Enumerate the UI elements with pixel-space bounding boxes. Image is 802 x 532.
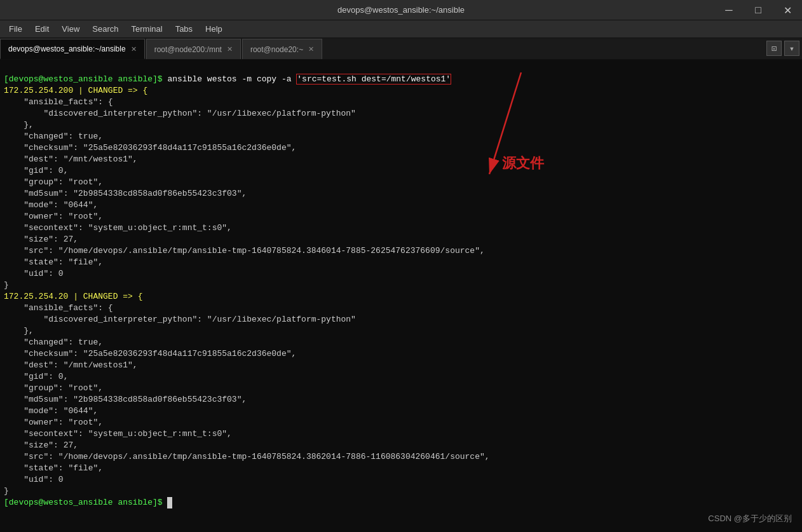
tab-0[interactable]: devops@westos_ansible:~/ansible ✕ xyxy=(0,39,145,59)
tab-1-close[interactable]: ✕ xyxy=(227,45,233,53)
menu-edit[interactable]: Edit xyxy=(29,20,55,38)
window-title: devops@westos_ansible:~/ansible xyxy=(337,5,465,15)
tab-0-close[interactable]: ✕ xyxy=(131,45,137,53)
output-line-23: "changed": true, xyxy=(24,338,103,347)
cursor xyxy=(167,497,172,508)
command-highlighted: 'src=test.sh dest=/mnt/westos1' xyxy=(296,74,451,85)
tab-bar: devops@westos_ansible:~/ansible ✕ root@n… xyxy=(0,38,802,60)
output-line-2: "ansible_facts": { xyxy=(24,97,112,107)
watermark: CSDN @多于少的区别 xyxy=(708,513,792,524)
maximize-button[interactable]: □ xyxy=(744,0,773,20)
output-line-22: }, xyxy=(24,326,34,336)
output-line-17: "uid": 0 xyxy=(24,269,63,278)
terminal-content: [devops@westos_ansible ansible]$ ansible… xyxy=(0,60,802,522)
output-line-27: "group": "root", xyxy=(24,383,103,393)
tab-2-label: root@node20:~ xyxy=(250,45,303,54)
menu-file[interactable]: File xyxy=(3,20,29,38)
output-line-16: "state": "file", xyxy=(24,257,103,267)
output-line-19: 172.25.254.20 | CHANGED => { xyxy=(4,292,142,301)
output-line-25: "dest": "/mnt/westos1", xyxy=(24,360,137,370)
tab-1[interactable]: root@node200:/mnt ✕ xyxy=(146,39,241,59)
terminal[interactable]: [devops@westos_ansible ansible]$ ansible… xyxy=(0,60,802,532)
output-line-28: "md5sum": "2b9854338cd858ad0f86eb55423c3… xyxy=(24,395,247,404)
output-line-7: "dest": "/mnt/westos1", xyxy=(24,154,137,164)
output-line-14: "size": 27, xyxy=(24,235,78,244)
output-line-11: "mode": "0644", xyxy=(24,200,98,210)
output-line-31: "secontext": "system_u:object_r:mnt_t:s0… xyxy=(24,429,232,439)
output-line-32: "size": 27, xyxy=(24,440,78,450)
minimize-button[interactable]: ─ xyxy=(714,0,744,20)
output-line-26: "gid": 0, xyxy=(24,372,68,381)
command-text: ansible westos -m copy -a xyxy=(167,74,296,84)
tab-0-label: devops@westos_ansible:~/ansible xyxy=(8,44,126,53)
output-line-21: "discovered_interpreter_python": "/usr/l… xyxy=(43,315,355,324)
tab-menu-button[interactable]: ▾ xyxy=(784,41,799,56)
tab-1-label: root@node200:/mnt xyxy=(154,45,222,54)
output-line-24: "checksum": "25a5e82036293f48d4a117c9185… xyxy=(24,349,296,358)
output-line-8: "gid": 0, xyxy=(24,166,68,175)
close-button[interactable]: ✕ xyxy=(773,0,802,20)
output-line-30: "owner": "root", xyxy=(24,418,103,427)
menu-tabs[interactable]: Tabs xyxy=(169,20,199,38)
output-line-15: "src": "/home/devops/.ansible/tmp/ansibl… xyxy=(24,246,485,256)
tab-2-close[interactable]: ✕ xyxy=(308,45,314,53)
output-line-34: "state": "file", xyxy=(24,463,103,473)
output-line-1: 172.25.254.200 | CHANGED => { xyxy=(4,86,147,95)
output-line-13: "secontext": "system_u:object_r:mnt_t:s0… xyxy=(24,223,232,233)
output-line-29: "mode": "0644", xyxy=(24,406,98,416)
prompt-2: [devops@westos_ansible ansible]$ xyxy=(4,498,167,507)
output-line-9: "group": "root", xyxy=(24,177,103,187)
menu-view[interactable]: View xyxy=(55,20,86,38)
window-controls: ─ □ ✕ xyxy=(714,0,802,20)
output-line-33: "src": "/home/devops/.ansible/tmp/ansibl… xyxy=(24,452,489,461)
output-line-4: }, xyxy=(24,120,34,130)
prompt-1: [devops@westos_ansible ansible]$ xyxy=(4,74,167,84)
output-line-6: "checksum": "25a5e82036293f48d4a117c9185… xyxy=(24,143,296,153)
output-line-20: "ansible_facts": { xyxy=(24,303,112,313)
output-line-12: "owner": "root", xyxy=(24,212,103,221)
menu-search[interactable]: Search xyxy=(86,20,125,38)
tab-actions: ⊡ ▾ xyxy=(766,41,799,56)
menu-terminal[interactable]: Terminal xyxy=(125,20,169,38)
menu-bar: File Edit View Search Terminal Tabs Help xyxy=(0,20,802,38)
output-line-5: "changed": true, xyxy=(24,132,103,141)
title-bar: devops@westos_ansible:~/ansible ─ □ ✕ xyxy=(0,0,802,20)
tab-screenshot-button[interactable]: ⊡ xyxy=(766,41,782,56)
output-line-18: } xyxy=(4,280,9,290)
menu-help[interactable]: Help xyxy=(199,20,229,38)
output-line-35: "uid": 0 xyxy=(24,475,63,484)
output-line-36: } xyxy=(4,486,9,496)
output-line-10: "md5sum": "2b9854338cd858ad0f86eb55423c3… xyxy=(24,189,247,198)
tab-2[interactable]: root@node20:~ ✕ xyxy=(242,39,322,59)
output-line-3: "discovered_interpreter_python": "/usr/l… xyxy=(43,109,355,118)
